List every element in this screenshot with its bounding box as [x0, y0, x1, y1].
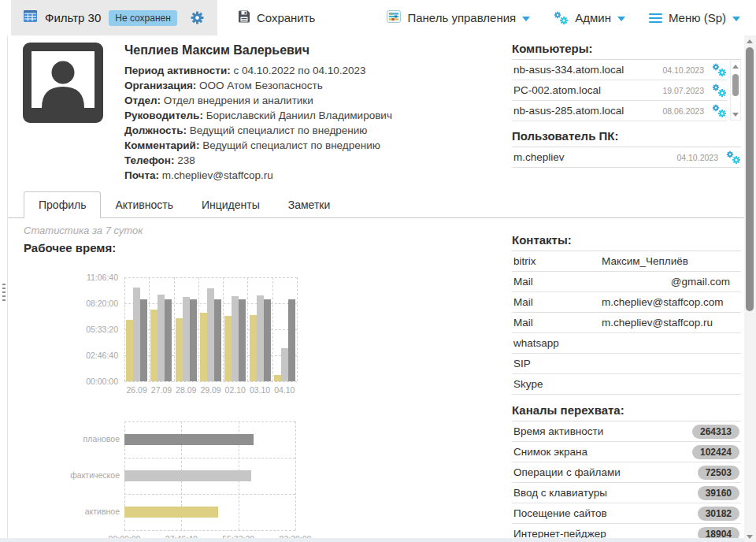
channel-name: Ввод с клавиатуры	[513, 487, 698, 499]
chevron-down-icon	[732, 17, 740, 21]
menu-label: Меню (Sp)	[669, 11, 726, 24]
device-row[interactable]: PC-002.atom.local 19.07.2023	[512, 80, 727, 101]
bar-активное	[150, 310, 158, 381]
contact-type: SIP	[513, 358, 602, 369]
employee-name: Чеплиев Максим Валерьевич	[124, 43, 502, 58]
employee-field: Телефон: 238	[124, 153, 502, 168]
main-menu[interactable]: Меню (Sp)	[649, 11, 740, 25]
y-tick: 02:46:40	[69, 351, 118, 360]
right-panel: Компьютеры: nb-asus-334.atom.local 04.10…	[512, 42, 741, 168]
contact-row[interactable]: Mail m.chepliev@staffcop.ru	[512, 313, 741, 333]
field-value: с 04.10.2022 по 04.10.2023	[234, 65, 366, 76]
tab-notes[interactable]: Заметки	[274, 192, 345, 217]
unsaved-badge: Не сохранен	[109, 10, 177, 26]
filter-table-icon	[24, 10, 37, 25]
contact-row[interactable]: SIP	[512, 354, 741, 374]
channel-count-badge: 30182	[698, 507, 739, 521]
device-row[interactable]: nb-asus-334.atom.local 04.10.2023	[512, 60, 727, 80]
channel-count-badge: 102424	[692, 445, 739, 459]
contact-row[interactable]: Mail @gmail.com	[512, 272, 741, 292]
channel-row[interactable]: Операции с файлами 72503	[512, 462, 741, 483]
bar-плановое	[264, 299, 271, 381]
field-value: Бориславский Даниил Владимирович	[206, 110, 392, 121]
channel-row[interactable]: Время активности 264313	[512, 421, 741, 442]
category-label: плановое	[32, 434, 120, 444]
field-value: Отдел внедрения и аналитики	[164, 95, 313, 106]
stats-period-note: Статистика за 7 суток	[24, 225, 143, 236]
bar-плановое	[124, 434, 254, 445]
actions-gears-icon[interactable]	[712, 63, 727, 77]
computers-title: Компьютеры:	[512, 42, 741, 60]
device-name: nb-asus-334.atom.local	[513, 64, 662, 76]
field-value: m.chepliev@staffcop.ru	[162, 169, 273, 181]
control-panel-label: Панель управления	[407, 11, 516, 24]
filter-label: Фильтр 30	[45, 11, 101, 24]
work-time-daily-chart: 11:06:4008:20:0005:33:2002:46:4000:00:00…	[0, 272, 370, 398]
x-tick: 26.09	[124, 385, 149, 395]
actions-gears-icon[interactable]	[712, 84, 727, 98]
scroll-down-icon[interactable]	[732, 113, 739, 117]
field-label: Руководитель:	[124, 110, 203, 121]
control-panel-menu[interactable]: Панель управления	[387, 10, 530, 25]
contact-value: @gmail.com	[602, 276, 741, 288]
contacts-title: Контакты:	[512, 233, 741, 251]
bar-активное	[176, 318, 183, 381]
contact-type: Mail	[513, 276, 602, 288]
bar-фактическое	[207, 288, 214, 381]
avatar	[22, 42, 104, 127]
sliders-icon	[387, 10, 401, 25]
channel-row[interactable]: Посещение сайтов 30182	[512, 503, 741, 524]
filter-settings-gear-icon[interactable]	[190, 10, 205, 25]
category-label: активное	[32, 507, 120, 516]
bar-активное	[200, 313, 207, 381]
page-scrollbar[interactable]	[744, 35, 756, 542]
field-label: Должность:	[124, 124, 187, 136]
channel-row[interactable]: Снимок экрана 102424	[512, 442, 741, 462]
computers-scrollbar[interactable]	[730, 61, 741, 121]
computers-scrollbar-thumb[interactable]	[732, 74, 739, 96]
contact-row[interactable]: whatsapp	[512, 333, 741, 354]
field-label: Телефон:	[124, 154, 175, 166]
field-label: Период активности:	[124, 65, 231, 76]
toolbar: Фильтр 30 Не сохранен Сохранить	[0, 0, 756, 35]
contact-row[interactable]: bitrix Максим_Чеплиёв	[512, 251, 741, 272]
field-label: Организация:	[124, 80, 196, 91]
last-activity-date: 04.10.2023	[662, 65, 704, 75]
page-scrollbar-thumb[interactable]	[746, 47, 754, 311]
save-label: Сохранить	[257, 11, 316, 24]
save-button[interactable]: Сохранить	[238, 10, 316, 25]
employee-field: Должность: Ведущий специалист по внедрен…	[124, 123, 502, 138]
bar-активное	[250, 315, 257, 381]
last-activity-date: 04.10.2023	[676, 153, 718, 162]
tabbar: Профиль Активность Инциденты Заметки	[8, 192, 744, 218]
tab-incidents[interactable]: Инциденты	[187, 192, 274, 217]
admin-menu[interactable]: Админ	[554, 11, 625, 25]
y-tick: 11:06:40	[69, 273, 118, 282]
actions-gears-icon[interactable]	[726, 150, 741, 165]
x-tick: 29.09	[198, 385, 223, 395]
tab-profile[interactable]: Профиль	[24, 191, 101, 218]
pc-user-title: Пользователь ПК:	[512, 129, 741, 147]
device-name: m.chepliev	[513, 151, 676, 163]
contacts-section: Контакты: bitrix Максим_Чеплиёв Mail @gm…	[512, 233, 741, 395]
scroll-down-icon[interactable]	[747, 535, 753, 539]
filter-tab[interactable]: Фильтр 30 Не сохранен	[11, 0, 217, 35]
actions-gears-icon[interactable]	[712, 104, 727, 118]
bar-плановое	[190, 299, 197, 381]
tab-activity[interactable]: Активность	[101, 192, 187, 217]
employee-field: Комментарий: Ведущий специалист по внедр…	[124, 138, 502, 153]
contact-row[interactable]: Skype	[512, 374, 741, 395]
bar-активное	[274, 375, 281, 381]
employee-fields: Период активности: с 04.10.2022 по 04.10…	[124, 63, 502, 183]
employee-field: Организация: ООО Атом Безопасность	[124, 78, 502, 93]
bar-плановое	[288, 299, 295, 381]
device-row[interactable]: m.chepliev 04.10.2023	[512, 147, 741, 168]
contact-row[interactable]: Mail m.chepliev@staffcop.com	[512, 292, 741, 313]
scroll-up-icon[interactable]	[732, 65, 739, 69]
device-row[interactable]: nb-asus-285.atom.local 08.06.2023	[512, 101, 727, 121]
bar-плановое	[239, 299, 246, 381]
channel-row[interactable]: Ввод с клавиатуры 39160	[512, 483, 741, 503]
scroll-up-icon[interactable]	[747, 39, 753, 43]
channels-list: Время активности 264313 Снимок экрана 10…	[512, 421, 741, 542]
contact-type: Mail	[513, 296, 602, 308]
